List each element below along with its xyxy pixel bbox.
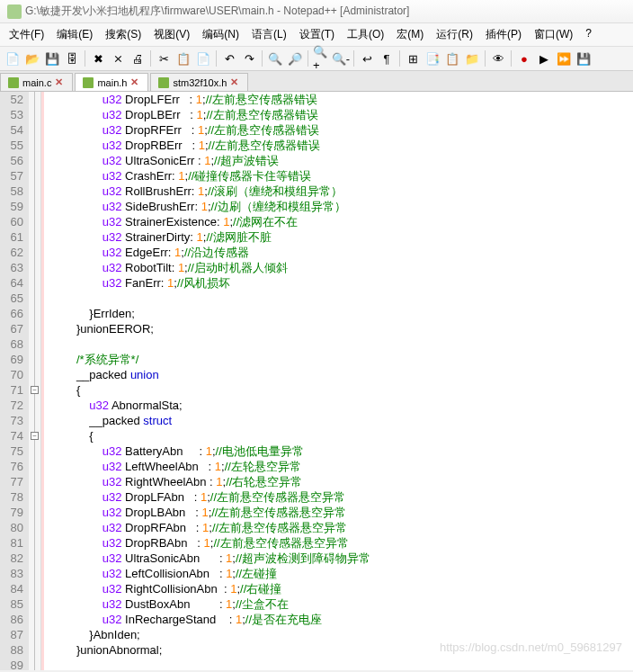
play-multi-icon[interactable]: ⏩ xyxy=(555,49,573,67)
separator xyxy=(485,50,486,67)
file-tab[interactable]: main.c✕ xyxy=(0,73,73,91)
menu-item[interactable]: 设置(T) xyxy=(294,25,340,44)
tab-close-icon[interactable]: ✕ xyxy=(230,76,238,88)
separator xyxy=(150,50,151,67)
print-icon[interactable]: 🖨 xyxy=(129,49,147,67)
replace-icon[interactable]: 🔎 xyxy=(286,49,304,67)
separator xyxy=(353,50,354,67)
play-icon[interactable]: ▶ xyxy=(535,49,553,67)
separator xyxy=(399,50,400,67)
menu-item[interactable]: 工具(O) xyxy=(342,25,389,44)
close-icon[interactable]: ✖ xyxy=(89,49,107,67)
zoom-in-icon[interactable]: 🔍+ xyxy=(312,49,330,67)
separator xyxy=(308,50,308,67)
code-content[interactable]: u32 DropLFErr : 1;//左前悬空传感器错误 u32 DropLB… xyxy=(47,92,633,670)
save-all-icon[interactable]: 🗄 xyxy=(63,49,81,67)
watermark: https://blog.csdn.net/m0_59681297 xyxy=(440,641,622,654)
tab-close-icon[interactable]: ✕ xyxy=(55,76,63,88)
window-title: G:\敏捷开发\小米扫地机程序\firmware\USER\main.h - N… xyxy=(25,4,409,19)
separator xyxy=(511,50,512,67)
wrap-icon[interactable]: ↩ xyxy=(358,49,376,67)
indent-guide-icon[interactable]: ⊞ xyxy=(404,49,422,67)
doc-map-icon[interactable]: 📑 xyxy=(423,49,441,67)
monitor-icon[interactable]: 👁 xyxy=(489,49,507,67)
editor-area[interactable]: 5253545556575859606162636465666768697071… xyxy=(0,92,633,670)
save-icon[interactable]: 💾 xyxy=(43,49,61,67)
file-icon xyxy=(8,77,19,88)
close-all-icon[interactable]: ⨯ xyxy=(109,49,127,67)
line-number-gutter: 5253545556575859606162636465666768697071… xyxy=(0,92,29,670)
folder-icon[interactable]: 📁 xyxy=(463,49,481,67)
menu-item[interactable]: 搜索(S) xyxy=(100,25,147,44)
toolbar: 📄 📂 💾 🗄 ✖ ⨯ 🖨 ✂ 📋 📄 ↶ ↷ 🔍 🔎 🔍+ 🔍- ↩ ¶ ⊞ … xyxy=(0,47,633,71)
fold-margin[interactable]: −− xyxy=(29,92,41,670)
menu-bar: 文件(F)编辑(E)搜索(S)视图(V)编码(N)语言(L)设置(T)工具(O)… xyxy=(0,23,633,47)
tab-bar: main.c✕main.h✕stm32f10x.h✕ xyxy=(0,71,633,92)
menu-item[interactable]: 编码(N) xyxy=(197,25,245,44)
tab-label: main.c xyxy=(22,77,51,88)
save-macro-icon[interactable]: 💾 xyxy=(575,49,593,67)
app-icon xyxy=(7,4,22,19)
new-file-icon[interactable]: 📄 xyxy=(4,49,22,67)
tab-label: stm32f10x.h xyxy=(173,77,227,88)
menu-item[interactable]: 运行(R) xyxy=(431,25,478,44)
cut-icon[interactable]: ✂ xyxy=(155,49,173,67)
record-icon[interactable]: ● xyxy=(515,49,533,67)
menu-item[interactable]: 编辑(E) xyxy=(51,25,98,44)
undo-icon[interactable]: ↶ xyxy=(220,49,238,67)
open-file-icon[interactable]: 📂 xyxy=(23,49,41,67)
redo-icon[interactable]: ↷ xyxy=(240,49,258,67)
tab-label: main.h xyxy=(97,77,127,88)
menu-item[interactable]: 宏(M) xyxy=(391,25,429,44)
separator xyxy=(85,50,85,67)
file-tab[interactable]: main.h✕ xyxy=(75,73,148,91)
menu-item[interactable]: ? xyxy=(580,25,597,44)
func-list-icon[interactable]: 📋 xyxy=(443,49,461,67)
title-bar: G:\敏捷开发\小米扫地机程序\firmware\USER\main.h - N… xyxy=(0,0,633,23)
separator xyxy=(216,50,217,67)
menu-item[interactable]: 窗口(W) xyxy=(529,25,578,44)
tab-close-icon[interactable]: ✕ xyxy=(130,76,138,88)
separator xyxy=(262,50,263,67)
menu-item[interactable]: 文件(F) xyxy=(4,25,49,44)
show-symbols-icon[interactable]: ¶ xyxy=(378,49,396,67)
menu-item[interactable]: 插件(P) xyxy=(480,25,527,44)
file-icon xyxy=(83,77,94,88)
zoom-out-icon[interactable]: 🔍- xyxy=(332,49,350,67)
file-tab[interactable]: stm32f10x.h✕ xyxy=(150,73,248,91)
menu-item[interactable]: 视图(V) xyxy=(148,25,195,44)
paste-icon[interactable]: 📄 xyxy=(194,49,212,67)
menu-item[interactable]: 语言(L) xyxy=(246,25,292,44)
file-icon xyxy=(158,77,169,88)
copy-icon[interactable]: 📋 xyxy=(174,49,192,67)
find-icon[interactable]: 🔍 xyxy=(266,49,284,67)
